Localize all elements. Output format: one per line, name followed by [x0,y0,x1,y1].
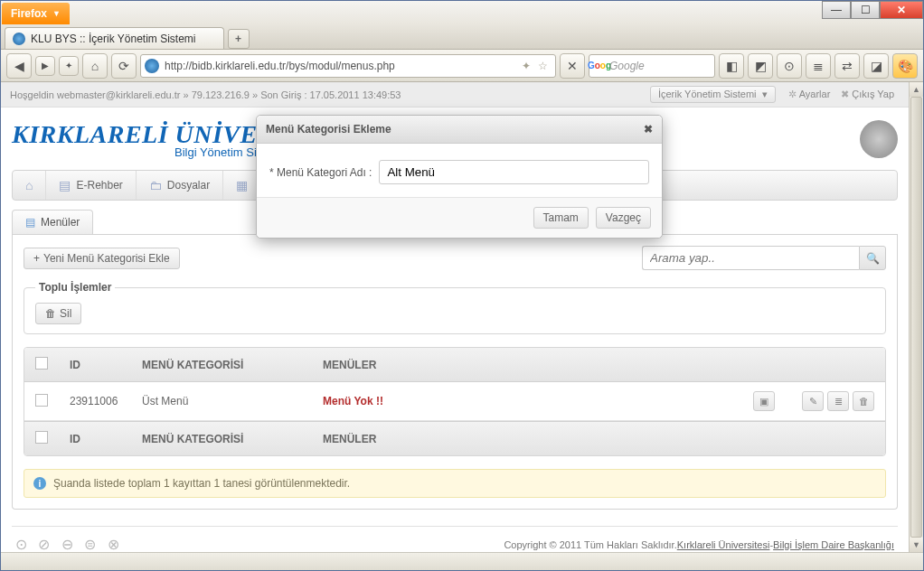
cell-id: 23911006 [59,382,131,421]
home-button[interactable]: ⌂ [82,53,108,79]
home-icon: ⌂ [25,178,33,192]
window-maximize-button[interactable]: ☐ [851,1,880,19]
bookmark-star-icon[interactable]: ☆ [538,60,548,72]
col-kategori[interactable]: MENÜ KATEGORİSİ [131,348,312,382]
page-viewport: Hoşgeldin webmaster@kirklareli.edu.tr » … [1,82,923,552]
folder-icon: 🗀 [149,178,162,192]
book-icon: ▤ [59,178,71,192]
toolbar-ext-5[interactable]: ⇄ [834,53,860,79]
chevron-down-icon: ▼ [52,9,61,18]
google-icon: Goog [593,60,606,72]
search-placeholder: Google [609,60,645,72]
modal-field-label: * Menü Kategori Adı : [269,166,372,179]
forward-button[interactable]: ▶ [35,56,55,76]
tab-menuler[interactable]: ▤ Menüler [12,210,93,234]
footer-link-university[interactable]: Kırklareli Üniversitesi [677,539,770,550]
browser-toolbar: ◀ ▶ ✦ ⌂ ⟳ ✦ ☆ ✕ Goog Google ◧ ◩ ⊙ ≣ ⇄ ◪ … [1,50,923,82]
table-row: 23911006 Üst Menü Menü Yok !! ▣ ✎ ≣ 🗑 [24,382,885,421]
close-icon: ✖ [841,89,849,99]
url-input[interactable] [165,60,518,72]
info-text: Şuanda listede toplam 1 kayıttan 1 tanes… [53,477,350,490]
category-name-input[interactable] [379,160,649,184]
bulk-delete-button[interactable]: 🗑 Sil [35,303,81,324]
cell-menuler: Menü Yok !! [312,382,742,421]
row-checkbox[interactable] [35,394,48,407]
window-frame: Firefox ▼ — ☐ ✕ KLU BYS :: İçerik Yöneti… [0,0,924,571]
stop-button[interactable]: ✕ [560,53,585,79]
favicon-icon [13,33,25,45]
tab-strip: KLU BYS :: İçerik Yönetim Sistemi + [1,24,923,50]
toolbar-ext-2[interactable]: ◩ [748,53,773,79]
list-icon: ▤ [25,216,35,229]
search-box[interactable]: Goog Google [589,54,715,78]
nav-home[interactable]: ⌂ [13,171,46,200]
row-expand-button[interactable]: ▣ [753,391,775,411]
gear-icon: ✲ [788,89,797,99]
toolbar-ext-1[interactable]: ◧ [719,53,744,79]
url-bar[interactable]: ✦ ☆ [140,54,556,78]
firefox-menu-button[interactable]: Firefox ▼ [2,3,70,24]
trash-icon: 🗑 [45,307,56,320]
col-id[interactable]: ID [59,348,131,382]
reload-button[interactable]: ⟳ [111,53,137,79]
page-footer: ⊙ ⊘ ⊖ ⊜ ⊗ Copyright © 2011 Tüm Hakları S… [12,526,898,552]
col-menuler[interactable]: MENÜLER [312,348,742,382]
scroll-down-button[interactable]: ▼ [910,538,923,552]
copyright-text: Copyright © 2011 Tüm Hakları Saklıdır. [504,539,676,550]
feed-icon[interactable]: ✦ [522,60,531,72]
search-button[interactable]: 🔍 [859,246,886,270]
plus-icon: + [33,252,40,265]
app-topbar: Hoşgeldin webmaster@kirklareli.edu.tr » … [1,82,909,108]
modal-cancel-button[interactable]: Vazgeç [596,207,651,229]
globe-icon [860,120,898,158]
new-tab-button[interactable]: + [228,29,250,49]
add-category-modal: Menü Kategorisi Ekleme ✖ * Menü Kategori… [256,115,663,239]
add-category-button[interactable]: + Yeni Menü Kategorisi Ekle [24,248,180,269]
modal-title: Menü Kategorisi Ekleme [266,123,391,136]
select-all-footer-checkbox[interactable] [35,431,48,444]
firefox-label: Firefox [11,7,47,20]
system-select[interactable]: İçerik Yönetim Sistemi ▾ [650,86,776,103]
bookmark-dropdown-button[interactable]: ✦ [59,56,79,76]
info-banner: i Şuanda listede toplam 1 kayıttan 1 tan… [24,469,886,498]
welcome-text: Hoşgeldin webmaster@kirklareli.edu.tr » … [10,89,401,100]
window-close-button[interactable]: ✕ [880,1,923,19]
scroll-thumb[interactable] [910,97,922,538]
logout-link[interactable]: ✖Çıkış Yap [835,87,900,102]
search-icon: 🔍 [866,252,880,265]
content-panel: + Yeni Menü Kategorisi Ekle 🔍 Toplu İşle… [12,235,898,510]
browser-statusbar [1,552,923,570]
toolbar-ext-3[interactable]: ⊙ [777,53,802,79]
toolbar-ext-4[interactable]: ≣ [806,53,831,79]
footer-link-bidb[interactable]: Bilgi İşlem Daire Başkanlığı [773,539,894,550]
categories-table: ID MENÜ KATEGORİSİ MENÜLER 23911006 Üst … [24,347,886,456]
nav-dosyalar[interactable]: 🗀Dosyalar [137,171,223,200]
row-view-button[interactable]: ≣ [827,391,849,411]
vertical-scrollbar[interactable]: ▲ ▼ [909,82,923,552]
search-input[interactable] [642,246,859,270]
back-button[interactable]: ◀ [6,53,32,79]
footer-icons: ⊙ ⊘ ⊖ ⊜ ⊗ [15,536,123,552]
toolbar-ext-6[interactable]: ◪ [863,53,889,79]
tab-title: KLU BYS :: İçerik Yönetim Sistemi [31,33,196,45]
row-delete-button[interactable]: 🗑 [853,391,874,411]
scroll-up-button[interactable]: ▲ [910,82,923,97]
settings-link[interactable]: ✲Ayarlar [783,87,836,102]
modal-header[interactable]: Menü Kategorisi Ekleme ✖ [257,116,662,144]
window-minimize-button[interactable]: — [822,1,851,19]
grid-icon: ▦ [236,178,248,192]
site-identity-icon [145,59,159,73]
modal-close-button[interactable]: ✖ [644,123,653,136]
bulk-actions: Toplu İşlemler 🗑 Sil [24,281,886,334]
row-edit-button[interactable]: ✎ [802,391,824,411]
window-titlebar: Firefox ▼ — ☐ ✕ [1,1,923,24]
modal-ok-button[interactable]: Tamam [533,207,589,229]
colorpicker-button[interactable]: 🎨 [892,53,918,79]
browser-tab[interactable]: KLU BYS :: İçerik Yönetim Sistemi [5,27,224,49]
select-all-checkbox[interactable] [35,357,48,370]
bulk-title: Toplu İşlemler [35,281,115,294]
info-icon: i [33,477,46,490]
cell-kategori: Üst Menü [131,382,312,421]
nav-erehber[interactable]: ▤E-Rehber [46,171,136,200]
